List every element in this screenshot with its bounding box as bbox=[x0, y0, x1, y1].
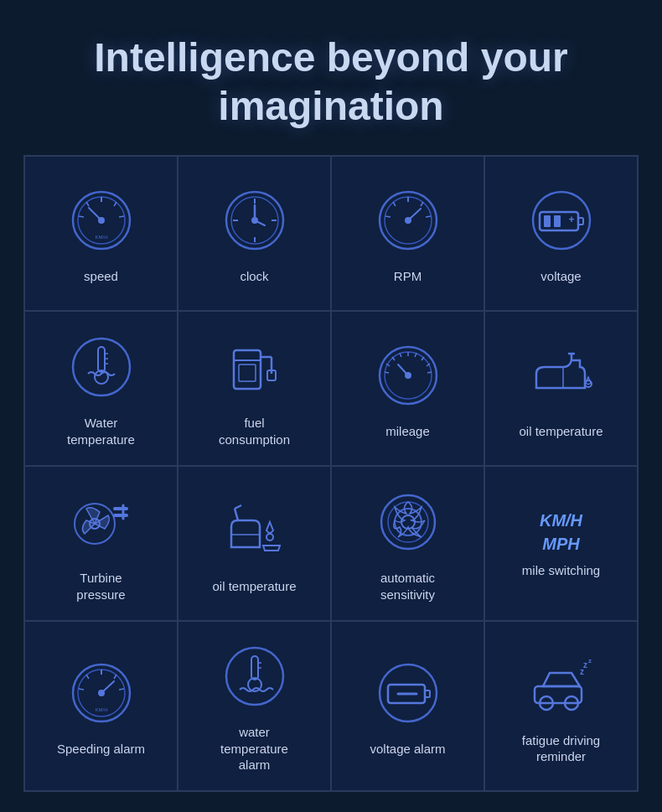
svg-line-83 bbox=[119, 689, 124, 690]
grid-item-mileage: mileage bbox=[331, 311, 484, 466]
svg-line-5 bbox=[114, 202, 116, 206]
grid-item-oil-temp2: oil temperature bbox=[178, 466, 331, 621]
oil-temp-icon bbox=[524, 338, 599, 413]
oil-temp2-label: oil temperature bbox=[212, 578, 296, 595]
rpm-label: RPM bbox=[394, 268, 422, 285]
svg-line-52 bbox=[427, 372, 432, 373]
grid-item-fuel: fuelconsumption bbox=[178, 311, 331, 466]
water-alarm-icon bbox=[217, 639, 292, 714]
auto-sense-label: automaticsensitivity bbox=[380, 570, 435, 603]
water-temp-icon bbox=[64, 329, 139, 405]
speed-label: speed bbox=[84, 268, 118, 285]
voltage-icon: + bbox=[524, 183, 599, 258]
grid-item-rpm: RPM bbox=[331, 156, 484, 311]
speed-alarm-icon: KM/H bbox=[64, 655, 139, 731]
grid-item-water-alarm: watertemperaturealarm bbox=[178, 621, 331, 791]
svg-point-28 bbox=[533, 192, 590, 249]
volt-alarm-label: voltage alarm bbox=[370, 741, 445, 758]
grid-item-clock: clock bbox=[178, 156, 331, 311]
grid-item-auto-sense: automaticsensitivity bbox=[331, 466, 484, 621]
fuel-label: fuelconsumption bbox=[219, 415, 290, 447]
grid-item-turbine: Turbinepressure bbox=[24, 466, 178, 621]
turbine-icon bbox=[64, 484, 139, 560]
grid-item-speed: KM/H speed bbox=[24, 156, 178, 311]
speed-icon: KM/H bbox=[64, 183, 139, 258]
svg-point-72 bbox=[381, 495, 435, 549]
mileage-label: mileage bbox=[385, 423, 430, 440]
svg-rect-40 bbox=[234, 350, 261, 389]
svg-rect-45 bbox=[239, 365, 256, 381]
svg-point-9 bbox=[99, 218, 104, 223]
svg-text:z: z bbox=[588, 657, 592, 665]
svg-line-68 bbox=[235, 509, 238, 520]
svg-line-24 bbox=[426, 216, 431, 217]
svg-text:KM/H: KM/H bbox=[95, 235, 107, 240]
svg-line-80 bbox=[86, 675, 89, 679]
water-temp-label: Watertemperature bbox=[67, 415, 135, 447]
clock-icon bbox=[217, 183, 292, 258]
water-alarm-label: watertemperaturealarm bbox=[220, 724, 288, 773]
svg-point-27 bbox=[406, 218, 411, 223]
svg-point-85 bbox=[99, 690, 104, 696]
svg-line-69 bbox=[235, 505, 241, 509]
grid-item-voltage: + voltage bbox=[484, 156, 638, 311]
svg-line-23 bbox=[393, 202, 396, 206]
svg-rect-93 bbox=[425, 690, 430, 697]
svg-point-58 bbox=[406, 373, 411, 378]
svg-line-81 bbox=[114, 675, 116, 679]
rpm-icon bbox=[370, 183, 446, 258]
svg-rect-87 bbox=[251, 656, 258, 680]
svg-line-22 bbox=[421, 202, 423, 206]
grid-item-volt-alarm: voltage alarm bbox=[331, 621, 484, 791]
mileage-icon bbox=[370, 338, 446, 413]
fuel-icon bbox=[217, 329, 292, 405]
auto-sense-icon bbox=[370, 484, 446, 560]
svg-rect-32 bbox=[554, 215, 561, 227]
svg-point-70 bbox=[266, 534, 273, 540]
mile-switch-label: KM/HMPH bbox=[540, 509, 582, 556]
volt-alarm-icon bbox=[370, 655, 446, 731]
voltage-label: voltage bbox=[540, 268, 581, 285]
svg-point-18 bbox=[252, 218, 257, 223]
svg-line-53 bbox=[400, 353, 401, 357]
svg-line-25 bbox=[385, 216, 390, 217]
fatigue-label: fatigue drivingreminder bbox=[522, 732, 600, 765]
svg-line-4 bbox=[86, 202, 89, 206]
header: Intelligence beyond your imagination bbox=[0, 0, 662, 155]
feature-grid: KM/H speed bbox=[23, 155, 639, 792]
svg-rect-35 bbox=[98, 347, 105, 372]
svg-line-49 bbox=[415, 353, 416, 357]
grid-item-water-temp: Watertemperature bbox=[24, 311, 178, 466]
grid-item-oil-temp: oil temperature bbox=[484, 311, 638, 466]
page-title: Intelligence beyond your imagination bbox=[50, 34, 612, 130]
svg-rect-95 bbox=[535, 686, 582, 703]
svg-text:z: z bbox=[583, 660, 587, 670]
svg-text:+: + bbox=[568, 214, 574, 225]
svg-rect-31 bbox=[544, 215, 551, 227]
svg-line-82 bbox=[79, 689, 84, 690]
oil-level-icon bbox=[217, 493, 292, 568]
speed-alarm-label: Speeding alarm bbox=[57, 741, 145, 758]
grid-item-mile-switch: KM/HMPH mile switching bbox=[484, 466, 638, 621]
svg-line-56 bbox=[385, 372, 389, 373]
oil-temp-label: oil temperature bbox=[519, 423, 603, 440]
svg-text:KM/H: KM/H bbox=[95, 707, 107, 712]
turbine-label: Turbinepressure bbox=[76, 570, 125, 603]
svg-line-7 bbox=[119, 216, 124, 217]
svg-rect-30 bbox=[578, 218, 583, 225]
grid-item-fatigue: z z z fatigue drivingreminder bbox=[484, 621, 638, 791]
clock-label: clock bbox=[240, 268, 268, 285]
mile-switch-sublabel: mile switching bbox=[522, 562, 600, 579]
fatigue-icon: z z z bbox=[524, 647, 599, 722]
grid-item-speed-alarm: KM/H Speeding alarm bbox=[24, 621, 178, 791]
svg-line-6 bbox=[79, 216, 84, 217]
